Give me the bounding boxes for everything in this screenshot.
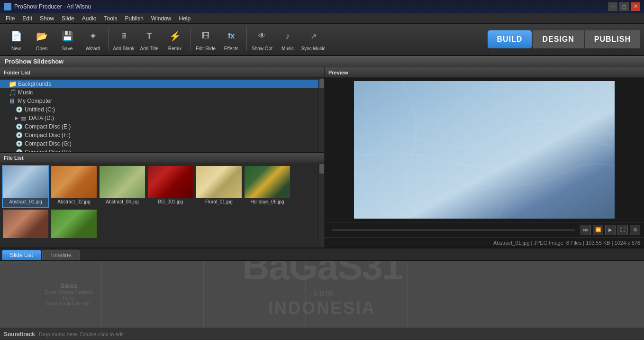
folder-item-mycomputer[interactable]: 🖥 My Computer [0, 97, 324, 105]
folder-item-c[interactable]: 💿 Untitled (C:) [0, 105, 324, 114]
file-list-content[interactable]: Abstract_01.jpg Abstract_02.jpg Abstract… [0, 163, 324, 248]
preview-progress-bar[interactable] [332, 229, 575, 231]
file-thumb-abstract01[interactable]: Abstract_01.jpg [2, 165, 49, 208]
preview-info: Abstract_01.jpg | JPEG Image 8 Files | 1… [325, 237, 644, 248]
preview-controls: ⏮ ⏪ ▶ ⛶ ⚙ [325, 222, 644, 237]
file-scrollbar[interactable] [318, 163, 324, 248]
folder-item-e[interactable]: 💿 Compact Disc (E:) [0, 122, 324, 131]
file-thumb-extra1[interactable] [2, 209, 49, 247]
preview-file-info: Abstract_01.jpg | JPEG Image [493, 240, 563, 246]
slide-cell-7[interactable] [611, 261, 644, 328]
menu-window[interactable]: Window [147, 14, 175, 23]
slide-placeholder: Slides Drop photos / videos here. Double… [40, 261, 97, 328]
add-title-button[interactable]: T Add Title [137, 26, 162, 53]
folder-item-music[interactable]: 🎵 Music [0, 88, 324, 97]
folder-scrollbar[interactable] [318, 78, 324, 153]
file-thumb-extra2[interactable] [50, 209, 98, 247]
menu-edit[interactable]: Edit [18, 14, 36, 23]
file-thumb-abstract02[interactable]: Abstract_02.jpg [50, 165, 98, 208]
wizard-button[interactable]: ✦ Wizard [81, 26, 105, 53]
fullscreen-button[interactable]: ⛶ [617, 225, 628, 235]
slide-cell-3[interactable] [204, 261, 306, 328]
soundtrack-hint: Drop music here. Double click to edit. [39, 331, 125, 337]
expand-icon-d: ▶ [15, 116, 18, 120]
menu-file[interactable]: File [2, 14, 18, 23]
open-label: Open [36, 46, 47, 51]
main-area: Folder List 📁 Backgrounds 🎵 Music 🖥 My C… [0, 67, 644, 248]
slideshow-label: ProShow Slideshow [5, 58, 63, 65]
skip-back-button[interactable]: ⏮ [581, 225, 591, 235]
folder-open-icon: 📁 [9, 81, 16, 87]
remix-button[interactable]: ⚡ Remix [163, 26, 187, 53]
slide-cell-5[interactable] [408, 261, 509, 328]
edit-slide-button[interactable]: 🎞 Edit Slide [193, 26, 218, 53]
design-button[interactable]: DESIGN [533, 30, 583, 48]
build-button[interactable]: BUILD [488, 30, 532, 48]
thumb-img-abstract02 [51, 166, 97, 198]
toolbar: 📄 New 📂 Open 💾 Save ✦ Wizard 🖥 Add Blank… [0, 24, 644, 56]
soundtrack-bar: Soundtrack Drop music here. Double click… [0, 328, 644, 340]
file-label-abstract04: Abstract_04.jpg [100, 199, 145, 204]
slide-cell-4[interactable] [306, 261, 408, 328]
effects-button[interactable]: fx Effects [219, 26, 244, 53]
cd-e-icon: 💿 [15, 123, 23, 130]
new-icon: 📄 [8, 28, 25, 45]
file-label-abstract02: Abstract_02.jpg [51, 199, 97, 204]
preview-header: Preview [325, 67, 644, 78]
minimize-button[interactable]: ─ [608, 2, 617, 11]
sync-music-button[interactable]: ↗ Sync Music [301, 26, 326, 53]
folder-list-content[interactable]: 📁 Backgrounds 🎵 Music 🖥 My Computer 💿 Un… [0, 78, 324, 153]
wizard-label: Wizard [85, 46, 100, 51]
close-button[interactable]: ✕ [631, 2, 640, 11]
wizard-icon: ✦ [84, 28, 101, 45]
thumb-img-holidays06 [245, 166, 290, 198]
add-blank-button[interactable]: 🖥 Add Blank [111, 26, 136, 53]
slide-cell-1[interactable]: Slides Drop photos / videos here. Double… [0, 261, 102, 328]
maximize-button[interactable]: □ [619, 2, 629, 11]
save-label: Save [62, 46, 73, 51]
separator-1 [108, 28, 109, 51]
file-label-bg001: BG_001.jpg [148, 199, 193, 204]
music-button[interactable]: ♪ Music [275, 26, 300, 53]
open-button[interactable]: 📂 Open [29, 26, 54, 53]
slide-cell-2[interactable] [102, 261, 204, 328]
tab-timeline[interactable]: Timeline [42, 250, 80, 260]
show-opt-button[interactable]: 👁 Show Opt [250, 26, 274, 53]
file-thumb-holidays06[interactable]: Holidays_06.jpg [244, 165, 291, 208]
folder-item-backgrounds[interactable]: 📁 Backgrounds [0, 80, 324, 88]
preview-meta-info: 8 Files | 103.55 KB | 1024 x 576 [566, 240, 640, 246]
file-thumb-bg001[interactable]: BG_001.jpg [147, 165, 194, 208]
preview-settings-button[interactable]: ⚙ [630, 225, 640, 235]
thumb-img-abstract01 [3, 166, 48, 198]
save-icon: 💾 [59, 28, 76, 45]
menu-show[interactable]: Show [36, 14, 58, 23]
file-thumb-floral01[interactable]: Floral_01.jpg [195, 165, 243, 208]
menu-tools[interactable]: Tools [100, 14, 121, 23]
file-label-holidays06: Holidays_06.jpg [245, 199, 290, 204]
slide-cell-6[interactable] [509, 261, 611, 328]
tab-slide-list[interactable]: Slide List [2, 250, 41, 260]
menu-slide[interactable]: Slide [58, 14, 78, 23]
window-title: ProShow Producer - Ari Wisnu [14, 3, 608, 10]
new-button[interactable]: 📄 New [4, 26, 28, 53]
folder-item-g[interactable]: 💿 Compact Disc (G:) [0, 139, 324, 148]
folder-item-d[interactable]: ▶ 🖴 DATA (D:) [0, 114, 324, 122]
folder-item-h[interactable]: 💿 Compact Disc (H:) [0, 148, 324, 153]
publish-button[interactable]: PUBLISH [585, 30, 640, 48]
menu-publish[interactable]: Publish [121, 14, 147, 23]
file-label-abstract01: Abstract_01.jpg [3, 199, 48, 204]
separator-2 [190, 28, 190, 51]
file-grid: Abstract_01.jpg Abstract_02.jpg Abstract… [0, 163, 317, 248]
menu-help[interactable]: Help [175, 14, 195, 23]
step-back-button[interactable]: ⏪ [593, 225, 603, 235]
menu-audio[interactable]: Audio [78, 14, 100, 23]
separator-3 [246, 28, 247, 51]
effects-label: Effects [224, 46, 238, 51]
save-button[interactable]: 💾 Save [55, 26, 80, 53]
slides-hint2: Double click to edit. [46, 301, 91, 306]
window-controls: ─ □ ✕ [608, 2, 640, 11]
cd-h-icon: 💿 [15, 149, 23, 153]
play-button[interactable]: ▶ [605, 225, 616, 235]
file-thumb-abstract04[interactable]: Abstract_04.jpg [99, 165, 146, 208]
folder-item-f[interactable]: 💿 Compact Disc (F:) [0, 131, 324, 139]
